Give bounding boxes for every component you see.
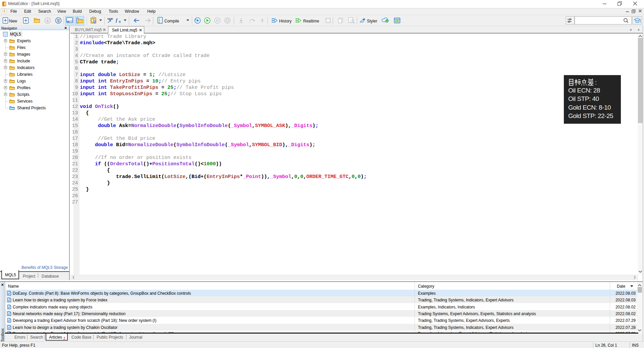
svg-text:f: f	[116, 17, 118, 23]
svg-text:5: 5	[4, 2, 6, 6]
svg-text:x: x	[119, 19, 121, 23]
svg-text:5: 5	[4, 9, 6, 13]
